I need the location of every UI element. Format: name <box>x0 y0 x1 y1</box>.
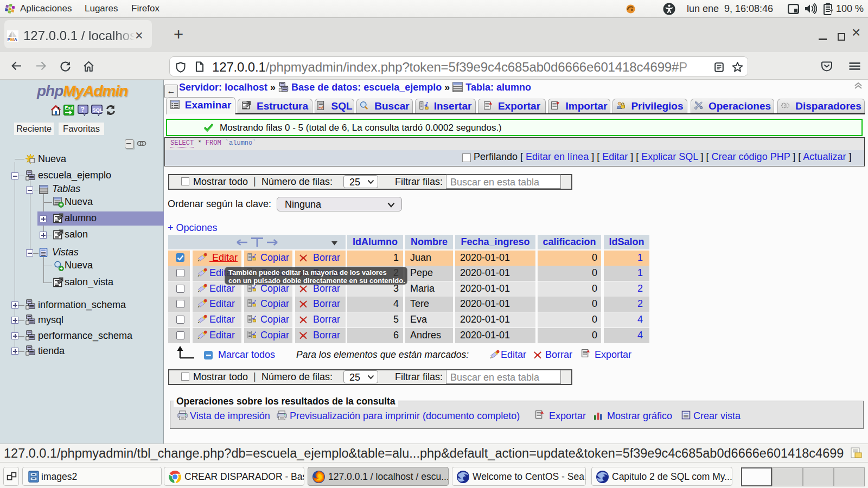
svg-text:PMA: PMA <box>8 37 17 42</box>
